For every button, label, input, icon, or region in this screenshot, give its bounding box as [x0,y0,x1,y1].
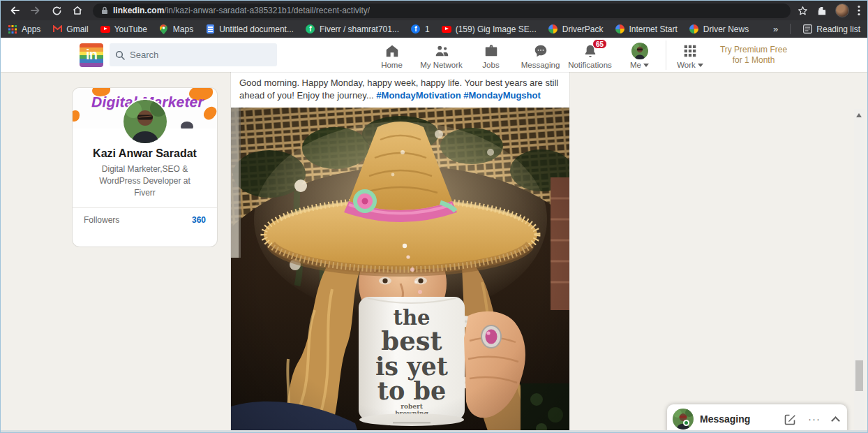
nav-jobs[interactable]: Jobs [466,38,516,72]
browser-profile-avatar[interactable] [835,3,849,17]
nav-label: Me [630,61,641,69]
url-host: linkedin.com [113,6,164,15]
nav-label: Notifications [568,61,612,69]
nav-label: My Network [420,61,463,69]
nav-my-network[interactable]: My Network [417,38,466,72]
notifications-badge: 65 [592,39,607,49]
bookmark-label: (159) Gig Image SE... [456,24,537,34]
reading-list-button[interactable]: Reading list [802,24,860,34]
followers-label: Followers [84,215,119,225]
bookmark-gmail[interactable]: Gmail [52,24,88,34]
browser-window: linkedin.com/in/kazi-anwar-saradat-a3853… [0,0,868,433]
bookmark-label: Internet Start [629,24,677,34]
chevron-up-icon[interactable] [831,416,840,425]
bookmark-label: Gmail [66,24,88,34]
bookmark-label: YouTube [114,24,147,34]
bookmarks-overflow-chevron[interactable]: » [773,24,778,34]
premium-line2: for 1 Month [733,55,775,65]
jobs-briefcase-icon [484,43,499,59]
nav-home[interactable]: Home [367,38,417,72]
scrollbar-thumb[interactable] [855,360,863,391]
bookmark-driver-news[interactable]: Driver News [689,24,749,34]
linkedin-logo[interactable]: in [80,43,103,67]
profile-card[interactable]: Digital Marketer Kazi Anwar Saradat Digi… [73,88,217,247]
pinwheel-icon [548,24,558,34]
scrollbar-up-arrow-icon[interactable] [856,113,862,117]
page-background: Digital Marketer Kazi Anwar Saradat Digi… [1,72,867,433]
nav-notifications[interactable]: 65 Notifications [565,38,615,72]
browser-toolbar: linkedin.com/in/kazi-anwar-saradat-a3853… [1,1,867,20]
nav-work[interactable]: Work [668,38,712,72]
hashtag-link[interactable]: #MondayMugshot [463,90,541,101]
post-card: Good morning. Happy Monday, happy week, … [231,72,569,433]
address-bar[interactable]: linkedin.com/in/kazi-anwar-saradat-a3853… [93,3,791,18]
reload-icon[interactable] [48,2,65,19]
nav-messaging[interactable]: Messaging [516,38,565,72]
bookmark-driverpack[interactable]: DriverPack [548,24,604,34]
hashtag-link[interactable]: #MondayMotivation [376,90,461,101]
forward-icon[interactable] [27,2,44,19]
bookmark-label: Maps [173,24,193,34]
search-icon [115,50,125,60]
search-input[interactable] [130,50,255,60]
facebook-icon: f [411,24,421,34]
reading-list-icon [802,24,812,34]
compose-message-icon[interactable] [784,413,796,425]
bookmarks-divider [790,24,791,34]
youtube-icon [100,24,110,34]
followers-count[interactable]: 360 [192,215,206,225]
me-avatar [631,43,648,59]
presence-online-dot [683,420,689,426]
lock-icon [101,6,108,15]
document-icon [205,24,215,34]
try-premium-link[interactable]: Try Premium Free for 1 Month [712,38,795,66]
extension-puzzle-icon[interactable] [816,6,827,16]
bookmark-untitled-document[interactable]: Untitled document... [205,24,294,34]
bookmark-gig-image[interactable]: (159) Gig Image SE... [442,24,537,34]
premium-line1: Try Premium Free [720,45,787,54]
reading-list-label: Reading list [816,24,860,34]
messaging-dock[interactable]: Messaging ··· [667,404,847,433]
linkedin-navbar: in Home My Network [1,38,867,72]
messaging-bubble-icon [533,43,548,59]
bookmark-facebook[interactable]: f 1 [411,24,430,34]
bookmark-internet-start[interactable]: Internet Start [615,24,677,34]
back-icon[interactable] [6,2,23,19]
profile-avatar[interactable] [124,100,167,143]
nav-label: Jobs [482,61,499,69]
bookmark-youtube[interactable]: YouTube [100,24,147,34]
banner-blob [181,122,193,129]
nav-divider [666,41,666,70]
bookmark-label: Apps [22,24,40,34]
nav-label: Work [677,61,696,69]
photo-light-flares [231,108,569,433]
search-box[interactable] [110,43,277,66]
bookmark-label: DriverPack [562,24,604,34]
maps-pin-icon [159,24,169,34]
nav-me[interactable]: Me [615,38,664,72]
bookmark-maps[interactable]: Maps [159,24,193,34]
bookmark-star-icon[interactable] [798,6,808,16]
messaging-avatar [673,409,694,430]
browser-menu-icon[interactable] [858,5,860,16]
window-edge [1,430,867,432]
gmail-icon [52,24,62,34]
my-network-icon [433,43,450,59]
bookmark-label: 1 [425,24,430,34]
nav-label: Home [381,61,403,69]
pinwheel-icon [615,24,624,34]
nav-label: Messaging [521,61,560,69]
bookmarks-bar: Apps Gmail YouTube Maps Untitled documen… [1,20,867,38]
messaging-overflow-icon[interactable]: ··· [808,416,821,423]
profile-name[interactable]: Kazi Anwar Saradat [73,147,217,160]
fiverr-icon: f [306,24,315,34]
caret-down-icon [698,64,703,67]
post-photo[interactable]: the best is yet to be robert browning [231,108,569,433]
page-scrollbar[interactable] [854,109,865,433]
bookmark-fiverr[interactable]: f Fiverr / shamrat701... [306,24,399,34]
bookmark-label: Driver News [703,24,749,34]
work-grid-icon [682,43,698,59]
home-icon[interactable] [69,2,86,19]
bookmark-apps[interactable]: Apps [8,24,40,34]
apps-grid-icon [8,24,17,34]
